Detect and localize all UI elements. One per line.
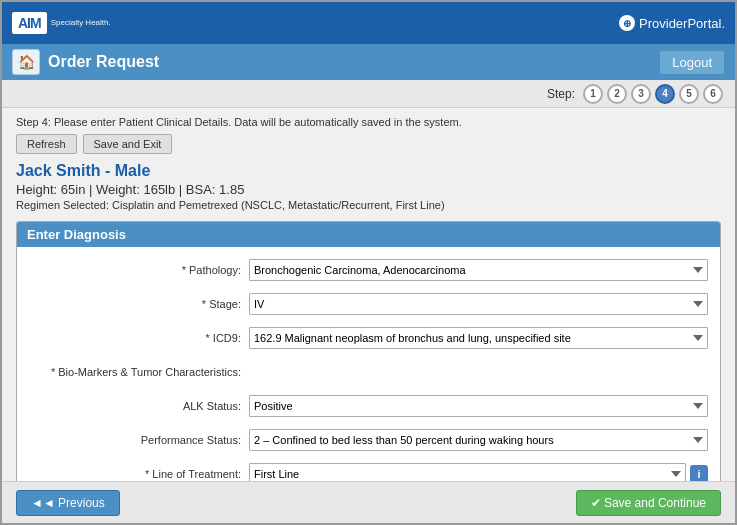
globe-icon: ⊕ — [619, 15, 635, 31]
top-banner: AIM Specialty Health. ⊕ ProviderPortal. — [2, 2, 735, 44]
diagnosis-header: Enter Diagnosis — [17, 222, 720, 247]
icd9-label: * ICD9: — [29, 332, 249, 344]
page-title: Order Request — [48, 53, 159, 71]
stage-row: * Stage: IV — [29, 291, 708, 317]
nav-bar: 🏠 Order Request Logout — [2, 44, 735, 80]
performance-status-row: Performance Status: 2 – Confined to bed … — [29, 427, 708, 453]
instruction-text: Step 4: Please enter Patient Clinical De… — [16, 116, 721, 128]
refresh-button[interactable]: Refresh — [16, 134, 77, 154]
alk-status-row: ALK Status: Positive — [29, 393, 708, 419]
step-3[interactable]: 3 — [631, 84, 651, 104]
step-5[interactable]: 5 — [679, 84, 699, 104]
pathology-label: * Pathology: — [29, 264, 249, 276]
action-buttons: Refresh Save and Exit — [16, 134, 721, 154]
previous-button[interactable]: ◄◄ Previous — [16, 490, 120, 516]
patient-name: Jack Smith - Male — [16, 162, 721, 180]
main-window: AIM Specialty Health. ⊕ ProviderPortal. … — [0, 0, 737, 525]
alk-status-label: ALK Status: — [29, 400, 249, 412]
provider-portal: ⊕ ProviderPortal. — [619, 15, 725, 31]
performance-status-control: 2 – Confined to bed less than 50 percent… — [249, 429, 708, 451]
icd9-row: * ICD9: 162.9 Malignant neoplasm of bron… — [29, 325, 708, 351]
stage-select[interactable]: IV — [249, 293, 708, 315]
logo-subtitle: Specialty Health. — [51, 18, 111, 28]
patient-height-weight-bsa: Height: 65in | Weight: 165lb | BSA: 1.85 — [16, 182, 721, 197]
diagnosis-box: Enter Diagnosis * Pathology: Bronchogeni… — [16, 221, 721, 481]
step-4[interactable]: 4 — [655, 84, 675, 104]
step-label: Step: — [547, 87, 575, 101]
performance-status-label: Performance Status: — [29, 434, 249, 446]
logo-area: AIM Specialty Health. — [12, 12, 111, 34]
line-of-treatment-label: * Line of Treatment: — [29, 468, 249, 480]
aim-logo: AIM — [12, 12, 47, 34]
bottom-bar: ◄◄ Previous ✔ Save and Continue — [2, 481, 735, 523]
performance-status-select[interactable]: 2 – Confined to bed less than 50 percent… — [249, 429, 708, 451]
diagnosis-body: * Pathology: Bronchogenic Carcinoma, Ade… — [17, 247, 720, 481]
step-6[interactable]: 6 — [703, 84, 723, 104]
icd9-select[interactable]: 162.9 Malignant neoplasm of bronchus and… — [249, 327, 708, 349]
content-area: Step 4: Please enter Patient Clinical De… — [2, 108, 735, 481]
save-continue-button[interactable]: ✔ Save and Continue — [576, 490, 721, 516]
patient-regimen: Regimen Selected: Cisplatin and Pemetrex… — [16, 199, 721, 211]
stage-control: IV — [249, 293, 708, 315]
alk-status-select[interactable]: Positive — [249, 395, 708, 417]
biomarkers-row: * Bio-Markers & Tumor Characteristics: — [29, 359, 708, 385]
home-button[interactable]: 🏠 — [12, 49, 40, 75]
provider-portal-label: ProviderPortal. — [639, 16, 725, 31]
logout-button[interactable]: Logout — [659, 50, 725, 75]
line-of-treatment-control: First Line i — [249, 463, 708, 481]
icd9-control: 162.9 Malignant neoplasm of bronchus and… — [249, 327, 708, 349]
step-indicator-bar: Step: 1 2 3 4 5 6 — [2, 80, 735, 108]
line-of-treatment-select[interactable]: First Line — [249, 463, 686, 481]
pathology-select[interactable]: Bronchogenic Carcinoma, Adenocarcinoma — [249, 259, 708, 281]
pathology-row: * Pathology: Bronchogenic Carcinoma, Ade… — [29, 257, 708, 283]
alk-status-control: Positive — [249, 395, 708, 417]
pathology-control: Bronchogenic Carcinoma, Adenocarcinoma — [249, 259, 708, 281]
step-2[interactable]: 2 — [607, 84, 627, 104]
stage-label: * Stage: — [29, 298, 249, 310]
info-icon[interactable]: i — [690, 465, 708, 481]
nav-left: 🏠 Order Request — [12, 49, 159, 75]
biomarkers-label: * Bio-Markers & Tumor Characteristics: — [29, 366, 249, 378]
save-exit-button[interactable]: Save and Exit — [83, 134, 173, 154]
line-of-treatment-row: * Line of Treatment: First Line i — [29, 461, 708, 481]
step-1[interactable]: 1 — [583, 84, 603, 104]
